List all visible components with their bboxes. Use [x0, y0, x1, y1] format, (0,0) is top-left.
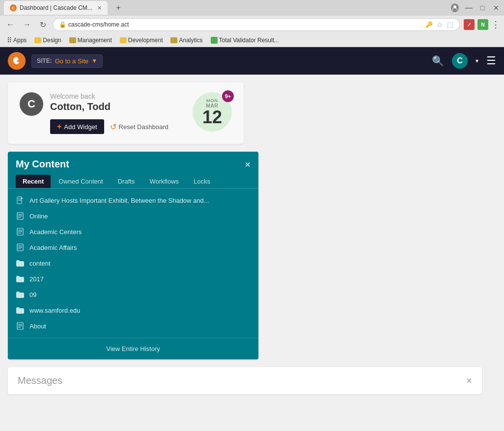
- search-icon[interactable]: 🔍: [432, 55, 444, 67]
- user-full-name: Cotton, Todd: [50, 101, 168, 112]
- bookmark-analytics[interactable]: Analytics: [168, 36, 205, 45]
- folder-dark-icon: [69, 37, 76, 43]
- url-text: cascade-cms/home.act: [68, 21, 129, 28]
- add-widget-label: Add Widget: [64, 123, 97, 131]
- svg-rect-11: [18, 233, 21, 234]
- folder-icon2: [120, 37, 127, 43]
- svg-rect-18: [18, 325, 22, 326]
- folder-icon: [34, 37, 41, 43]
- reset-dashboard-button[interactable]: ↺ Reset Dashboard: [110, 122, 168, 132]
- logo-area: SITE: Go to a Site ▼: [8, 52, 103, 70]
- extension2-icon[interactable]: N: [477, 19, 488, 30]
- content-item-8[interactable]: About: [8, 318, 258, 334]
- cascade-logo-icon: [12, 56, 22, 66]
- browser-tab[interactable]: C Dashboard | Cascade CM... ✕: [4, 1, 108, 15]
- hamburger-menu-icon[interactable]: ☰: [486, 54, 496, 67]
- user-menu-chevron-icon[interactable]: ▾: [476, 57, 478, 64]
- page-icon-3: [16, 322, 25, 330]
- new-tab-button[interactable]: +: [112, 2, 125, 14]
- title-bar: C Dashboard | Cascade CM... ✕ + — □ ✕: [0, 0, 504, 16]
- tab-title: Dashboard | Cascade CM...: [20, 4, 92, 11]
- messages-widget: Messages ×: [8, 367, 482, 394]
- site-value: Go to a Site: [55, 57, 89, 65]
- widget-close-button[interactable]: ×: [245, 160, 251, 169]
- tab-drafts[interactable]: Drafts: [111, 175, 142, 188]
- welcome-left: C Welcome back Cotton, Todd + Add Widget…: [20, 92, 168, 134]
- widget-header: My Content ×: [8, 152, 258, 170]
- folder-icon-2: [16, 290, 25, 299]
- address-bar-icons: 🔑 ☆ ⬚: [425, 21, 453, 28]
- bookmark-apps[interactable]: ⠿ Apps: [4, 35, 29, 45]
- cast-icon[interactable]: ⬚: [447, 21, 453, 28]
- content-item-label-3: Academic Affairs: [29, 244, 77, 251]
- view-history-link[interactable]: View Entire History: [8, 338, 258, 359]
- content-item-label-0: Art Gallery Hosts Important Exhibit, Bet…: [29, 197, 209, 204]
- app-logo[interactable]: [8, 52, 26, 70]
- reset-icon: ↺: [110, 122, 116, 132]
- bookmark-management[interactable]: Management: [66, 36, 115, 45]
- nav-right-icons: ✓ N ⋮: [464, 19, 500, 30]
- tab-workflows[interactable]: Workflows: [142, 175, 186, 188]
- calendar-month-top: MON: [206, 98, 218, 103]
- folder-analytics-icon: [170, 37, 177, 43]
- content-item-1[interactable]: Online: [8, 208, 258, 224]
- user-avatar[interactable]: C: [452, 53, 468, 69]
- content-item-label-4: content: [29, 260, 51, 267]
- content-item-label-1: Online: [29, 213, 48, 220]
- user-initial: C: [457, 56, 463, 65]
- calendar-day: 12: [202, 108, 222, 126]
- refresh-button[interactable]: ↻: [37, 19, 49, 30]
- forward-button[interactable]: →: [21, 19, 33, 30]
- plus-icon: +: [57, 122, 61, 131]
- bookmark-design-label: Design: [43, 37, 61, 44]
- extensions-icon[interactable]: ✓: [464, 19, 475, 30]
- svg-rect-6: [18, 216, 22, 216]
- avatar-initial: C: [28, 98, 35, 110]
- minimize-button[interactable]: —: [465, 4, 473, 12]
- bookmark-development[interactable]: Development: [117, 36, 166, 45]
- content-item-7[interactable]: www.samford.edu: [8, 302, 258, 318]
- more-button[interactable]: ⋮: [491, 19, 500, 30]
- content-item-5[interactable]: 2017: [8, 271, 258, 287]
- svg-rect-17: [18, 324, 22, 325]
- key-icon: 🔑: [425, 21, 433, 28]
- svg-rect-10: [18, 231, 22, 232]
- messages-close-button[interactable]: ×: [466, 375, 472, 386]
- nav-bar: ← → ↻ 🔒 cascade-cms/home.act 🔑 ☆ ⬚ ✓ N ⋮: [0, 16, 504, 33]
- tab-owned-content[interactable]: Owned Content: [52, 175, 110, 188]
- svg-rect-15: [18, 248, 21, 249]
- messages-title: Messages: [18, 375, 62, 386]
- address-bar[interactable]: 🔒 cascade-cms/home.act 🔑 ☆ ⬚: [53, 18, 460, 31]
- svg-rect-9: [18, 230, 22, 231]
- star-icon[interactable]: ☆: [437, 21, 443, 28]
- title-bar-left: C Dashboard | Cascade CM... ✕ +: [4, 1, 125, 15]
- page-icon-1: [16, 227, 25, 236]
- bookmark-analytics-label: Analytics: [179, 37, 202, 44]
- svg-rect-5: [18, 214, 22, 215]
- back-button[interactable]: ←: [4, 19, 17, 30]
- content-item-6[interactable]: 09: [8, 287, 258, 302]
- welcome-back-text: Welcome back: [50, 92, 168, 100]
- bookmark-validator[interactable]: Total Validator Result...: [208, 36, 282, 45]
- lock-icon: 🔒: [59, 21, 66, 28]
- svg-rect-19: [18, 327, 21, 328]
- content-item-0[interactable]: Art Gallery Hosts Important Exhibit, Bet…: [8, 192, 258, 208]
- folder-icon-0: [16, 259, 25, 268]
- tab-close-button[interactable]: ✕: [97, 5, 102, 11]
- bookmark-design[interactable]: Design: [31, 36, 64, 45]
- calendar-badge: MON MAR 12 9+: [193, 92, 232, 132]
- close-button[interactable]: ✕: [492, 4, 500, 12]
- site-selector[interactable]: SITE: Go to a Site ▼: [31, 54, 103, 68]
- content-item-3[interactable]: Academic Affairs: [8, 240, 258, 255]
- add-widget-button[interactable]: + Add Widget: [50, 119, 104, 134]
- content-list: Art Gallery Hosts Important Exhibit, Bet…: [8, 189, 258, 338]
- user-avatar-large: C: [20, 92, 43, 116]
- tab-recent[interactable]: Recent: [16, 175, 51, 188]
- content-item-label-7: www.samford.edu: [29, 307, 80, 314]
- new-tab-icon: +: [116, 3, 120, 12]
- notification-badge: 9+: [222, 90, 234, 102]
- tab-locks[interactable]: Locks: [187, 175, 217, 188]
- content-item-2[interactable]: Academic Centers: [8, 224, 258, 240]
- maximize-button[interactable]: □: [478, 4, 486, 12]
- content-item-4[interactable]: content: [8, 255, 258, 271]
